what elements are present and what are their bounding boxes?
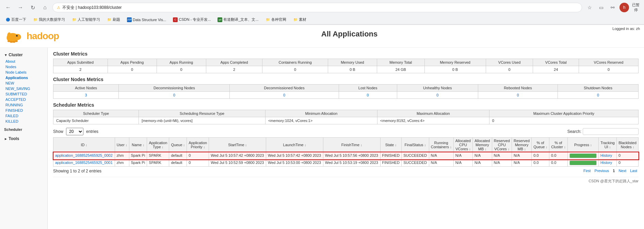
sidebar-cluster-section: ▼ Cluster About Nodes Node Labels Applic… [0, 51, 47, 124]
sidebar-item-scheduler[interactable]: Scheduler [0, 127, 47, 132]
th-final-status: FinalStatus ↕ [402, 138, 429, 152]
col-decommissioning-nodes: Decommissioning Nodes [119, 85, 230, 92]
shutdown-nodes-link[interactable]: 0 [597, 93, 599, 97]
sidebar-item-node-labels[interactable]: Node Labels [0, 70, 47, 75]
bookmark-materials-label: 素材 [299, 17, 306, 22]
refresh-button[interactable]: ↻ [28, 3, 37, 12]
footer-credit: CSDN @星光下的赶路人_star [53, 177, 639, 184]
pagination-next[interactable]: Next [619, 169, 627, 173]
val-memory-total: 24 GB [377, 66, 424, 73]
extensions-button[interactable]: ⚯ [608, 3, 617, 12]
cast-button[interactable]: ▭ [596, 3, 606, 12]
bookmark-youdao[interactable]: yd 有道翻译_文本、文... [215, 16, 260, 23]
app-id-link[interactable]: application_1688525465925_0002 [55, 153, 113, 157]
pagination-first[interactable]: First [583, 169, 591, 173]
bookmark-exercises[interactable]: 📁 刷题 [105, 16, 122, 23]
val-apps-pending: 0 [108, 66, 157, 73]
sidebar-item-killed[interactable]: KILLED [0, 119, 47, 124]
show-entries-select[interactable]: 20 50 100 [66, 128, 83, 135]
cell-user: zhm [115, 152, 129, 159]
bookmark-ds[interactable]: JSF Data Structure Vis... [125, 17, 168, 23]
sidebar-cluster-title[interactable]: ▼ Cluster [0, 51, 47, 59]
bookmark-bigdata[interactable]: 📁 我的大数据学习 [31, 16, 67, 23]
profile-button[interactable]: h [619, 3, 629, 12]
pagination-last[interactable]: Last [630, 169, 637, 173]
bookmark-baidu[interactable]: 🔵 百度一下 [3, 16, 28, 23]
materials-icon: 📁 [293, 17, 298, 22]
sidebar-item-running[interactable]: RUNNING [0, 102, 47, 108]
sidebar-item-submitted[interactable]: SUBMITTED [0, 91, 47, 97]
rebooted-nodes-link[interactable]: 0 [517, 93, 519, 97]
cell-user: zhm [115, 159, 129, 167]
decommissioning-nodes-link[interactable]: 0 [173, 93, 175, 97]
cell-reserved-cpu: N/A [492, 152, 512, 159]
pagination-controls: First Previous 1 Next Last [582, 169, 639, 173]
search-label: Search: [567, 129, 581, 134]
unhealthy-nodes-link[interactable]: 0 [436, 93, 438, 97]
col-rebooted-nodes: Rebooted Nodes [478, 85, 558, 92]
bookmark-materials[interactable]: 📁 素材 [291, 16, 308, 23]
sidebar-item-new[interactable]: NEW [0, 80, 47, 86]
tracking-ui-link[interactable]: History [600, 161, 612, 165]
sidebar-item-new-saving[interactable]: NEW_SAVING [0, 86, 47, 91]
progress-bar-container [569, 153, 597, 158]
val-vcores-used: 0 [486, 66, 533, 73]
svg-point-3 [16, 35, 18, 37]
csdn-icon: C [173, 17, 178, 22]
active-nodes-link[interactable]: 3 [85, 93, 87, 97]
col-lost-nodes: Lost Nodes [339, 85, 397, 92]
th-user: User ↕ [115, 138, 129, 152]
sidebar-item-applications[interactable]: Applications [0, 75, 47, 80]
bookmark-csdn-label: CSDN - 专业开发... [179, 17, 211, 22]
val-unhealthy-nodes: 0 [397, 92, 478, 99]
sidebar-tools-title[interactable]: ► Tools [0, 135, 47, 142]
sidebar-item-accepted[interactable]: ACCEPTED [0, 97, 47, 102]
back-button[interactable]: ← [3, 3, 13, 12]
cell-priority: 0 [187, 159, 209, 167]
app-id-link[interactable]: application_1688525465925_0001 [55, 161, 113, 165]
col-decommissioned-nodes: Decommissioned Nodes [230, 85, 339, 92]
pagination-previous[interactable]: Previous [594, 169, 609, 173]
lost-nodes-link[interactable]: 0 [367, 93, 369, 97]
svg-point-7 [15, 41, 18, 42]
cell-alloc-cpu: N/A [453, 152, 472, 159]
sidebar-scheduler-section: Scheduler [0, 127, 47, 132]
th-queue: Queue ↕ [169, 138, 187, 152]
showing-entries: Showing 1 to 2 of 2 entries [53, 169, 101, 173]
val-apps-submitted: 2 [53, 66, 108, 73]
page-wrapper: ▼ Cluster About Nodes Node Labels Applic… [0, 48, 644, 229]
bookmark-official[interactable]: 📁 各种官网 [263, 16, 288, 23]
col-apps-submitted: Apps Submitted [53, 59, 108, 66]
address-bar[interactable]: ⚠ 不安全 | hadoop103:8088/cluster [52, 3, 582, 12]
col-memory-used: Memory Used [328, 59, 377, 66]
cell-running-containers: N/A [429, 159, 453, 167]
cell-state: FINISHED [380, 159, 402, 167]
tools-label: Tools [9, 136, 19, 141]
sidebar-item-failed[interactable]: FAILED [0, 113, 47, 119]
sidebar-item-about[interactable]: About [0, 59, 47, 64]
home-button[interactable]: ⌂ [40, 3, 50, 12]
cell-reserved-cpu: N/A [492, 159, 512, 167]
decommissioned-nodes-link[interactable]: 0 [283, 93, 285, 97]
bookmark-ai[interactable]: 📁 人工智能学习 [70, 16, 102, 23]
tracking-ui-link[interactable]: History [600, 153, 612, 157]
th-state: State ↕ [380, 138, 402, 152]
table-controls: Show 20 50 100 entries Search: [53, 128, 639, 135]
col-memory-total: Memory Total [377, 59, 424, 66]
pause-button[interactable]: 已暂停 [631, 3, 641, 12]
th-alloc-cpu: AllocatedCPUVCores ↕ [453, 138, 472, 152]
bookmark-csdn[interactable]: C CSDN - 专业开发... [171, 16, 213, 23]
progress-bar-container [569, 161, 597, 165]
forward-button[interactable]: → [16, 3, 25, 12]
search-input[interactable] [583, 128, 639, 135]
th-id: ID ↕ [53, 138, 115, 152]
bookmark-ai-label: 人工智能学习 [78, 17, 100, 22]
bookmark-star-button[interactable]: ☆ [585, 3, 594, 12]
sidebar-item-finished[interactable]: FINISHED [0, 108, 47, 113]
cell-running-containers: N/A [429, 152, 453, 159]
col-vcores-reserved: VCores Reserved [579, 59, 638, 66]
sidebar: ▼ Cluster About Nodes Node Labels Applic… [0, 48, 48, 229]
cluster-nodes-metrics-title: Cluster Nodes Metrics [53, 77, 639, 82]
col-scheduling-resource-type: Scheduling Resource Type [139, 110, 265, 117]
sidebar-item-nodes[interactable]: Nodes [0, 64, 47, 70]
